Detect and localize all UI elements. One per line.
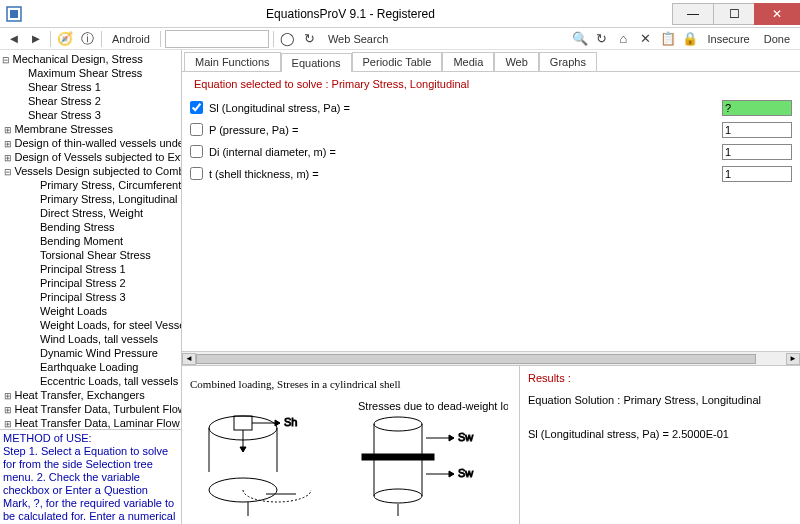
lock-icon: 🔒 xyxy=(680,30,700,48)
go-icon[interactable]: ◯ xyxy=(278,30,298,48)
minimize-button[interactable]: — xyxy=(672,3,714,25)
insecure-label: Insecure xyxy=(702,33,756,45)
tree-node[interactable]: Design of thin-walled vessels under inte… xyxy=(0,136,181,150)
back-icon[interactable]: ◄ xyxy=(4,30,24,48)
tree-node[interactable]: Weight Loads, for steel Vessel xyxy=(0,318,181,332)
close-button[interactable]: ✕ xyxy=(754,3,800,25)
main-tabs: Main FunctionsEquationsPeriodic TableMed… xyxy=(182,50,800,72)
variable-input[interactable] xyxy=(722,144,792,160)
variable-label: Di (internal diameter, m) = xyxy=(209,146,722,158)
tree-node[interactable]: Direct Stress, Weight xyxy=(0,206,181,220)
tree-node[interactable]: Design of Vessels subjected to External … xyxy=(0,150,181,164)
variable-checkbox[interactable] xyxy=(190,145,203,158)
tree-node[interactable]: Maximum Shear Stress xyxy=(0,66,181,80)
variable-label: t (shell thickness, m) = xyxy=(209,168,722,180)
tab-equations[interactable]: Equations xyxy=(281,53,352,72)
toolbar: ◄ ► 🧭 ⓘ Android ◯ ↻ Web Search 🔍 ↻ ⌂ ✕ 📋… xyxy=(0,28,800,50)
svg-text:Sw: Sw xyxy=(458,467,473,479)
tree-node[interactable]: Vessels Design subjected to Combined Loa… xyxy=(0,164,181,178)
svg-rect-1 xyxy=(10,10,18,18)
variable-label: P (pressure, Pa) = xyxy=(209,124,722,136)
tab-media[interactable]: Media xyxy=(442,52,494,71)
tree-node[interactable]: Principal Stress 3 xyxy=(0,290,181,304)
variable-checkbox[interactable] xyxy=(190,101,203,114)
tree-node[interactable]: Shear Stress 1 xyxy=(0,80,181,94)
home-icon[interactable]: ⌂ xyxy=(614,30,634,48)
svg-rect-6 xyxy=(234,416,252,430)
variable-checkbox[interactable] xyxy=(190,123,203,136)
compass-icon[interactable]: 🧭 xyxy=(55,30,75,48)
results-line: Equation Solution : Primary Stress, Long… xyxy=(528,394,792,406)
maximize-button[interactable]: ☐ xyxy=(713,3,755,25)
tree-node[interactable]: Heat Transfer, Exchangers xyxy=(0,388,181,402)
toolbar-search-input[interactable] xyxy=(165,30,269,48)
tree-node[interactable]: Weight Loads xyxy=(0,304,181,318)
tab-web[interactable]: Web xyxy=(494,52,538,71)
clipboard-icon[interactable]: 📋 xyxy=(658,30,678,48)
equation-hscrollbar[interactable]: ◄ ► xyxy=(182,351,800,365)
tree-node[interactable]: Principal Stress 1 xyxy=(0,262,181,276)
equation-tree[interactable]: Mechanical Design, StressMaximum Shear S… xyxy=(0,50,181,429)
tree-node[interactable]: Principal Stress 2 xyxy=(0,276,181,290)
equation-row: t (shell thickness, m) = xyxy=(190,164,792,184)
variable-input[interactable] xyxy=(722,122,792,138)
svg-text:Sh: Sh xyxy=(284,416,297,428)
tree-node[interactable]: Heat Transfer Data, Laminar Flow xyxy=(0,416,181,429)
tree-node[interactable]: Mechanical Design, Stress xyxy=(0,52,181,66)
tree-node[interactable]: Wind Loads, tall vessels xyxy=(0,332,181,346)
results-panel: Results : Equation Solution : Primary St… xyxy=(520,366,800,524)
equation-panel: Equation selected to solve : Primary Str… xyxy=(182,72,800,366)
help-title: METHOD of USE: xyxy=(3,432,178,445)
tree-node[interactable]: Primary Stress, Circumferential xyxy=(0,178,181,192)
web-search-label[interactable]: Web Search xyxy=(322,33,394,45)
stop-icon[interactable]: ✕ xyxy=(636,30,656,48)
scroll-left-icon[interactable]: ◄ xyxy=(0,429,181,430)
variable-input[interactable] xyxy=(722,100,792,116)
tree-node[interactable]: Dynamic Wind Pressure xyxy=(0,346,181,360)
results-value: Sl (Longitudinal stress, Pa) = 2.5000E-0… xyxy=(528,428,792,440)
variable-input[interactable] xyxy=(722,166,792,182)
tree-node[interactable]: Earthquake Loading xyxy=(0,360,181,374)
tree-hscrollbar[interactable]: ◄ ► xyxy=(0,429,181,430)
forward-icon[interactable]: ► xyxy=(26,30,46,48)
equation-row: Di (internal diameter, m) = xyxy=(190,142,792,162)
search-icon[interactable]: 🔍 xyxy=(570,30,590,48)
tree-node[interactable]: Bending Stress xyxy=(0,220,181,234)
title-bar: EquationsProV 9.1 - Registered — ☐ ✕ xyxy=(0,0,800,28)
tree-node[interactable]: Eccentric Loads, tall vessels xyxy=(0,374,181,388)
tree-node[interactable]: Shear Stress 3 xyxy=(0,108,181,122)
tree-node[interactable]: Shear Stress 2 xyxy=(0,94,181,108)
done-label[interactable]: Done xyxy=(758,33,796,45)
variable-checkbox[interactable] xyxy=(190,167,203,180)
tab-graphs[interactable]: Graphs xyxy=(539,52,597,71)
refresh2-icon[interactable]: ↻ xyxy=(592,30,612,48)
tree-node[interactable]: Membrane Stresses xyxy=(0,122,181,136)
equation-title: Equation selected to solve : Primary Str… xyxy=(190,78,792,96)
equation-row: P (pressure, Pa) = xyxy=(190,120,792,140)
help-box: METHOD of USE: Step 1. Select a Equation… xyxy=(0,430,181,524)
info-icon[interactable]: ⓘ xyxy=(77,30,97,48)
scroll-right-icon[interactable]: ► xyxy=(786,353,800,365)
svg-rect-16 xyxy=(362,454,434,460)
diagram-subcaption: Stresses due to dead-weight loading xyxy=(358,400,508,412)
side-panel: Mechanical Design, StressMaximum Shear S… xyxy=(0,50,182,524)
tab-main-functions[interactable]: Main Functions xyxy=(184,52,281,71)
window-controls: — ☐ ✕ xyxy=(673,3,800,25)
variable-label: Sl (Longitudinal stress, Pa) = xyxy=(209,102,722,114)
svg-point-12 xyxy=(374,417,422,431)
refresh-icon[interactable]: ↻ xyxy=(300,30,320,48)
tree-node[interactable]: Primary Stress, Longitudinal xyxy=(0,192,181,206)
diagram-caption: Combined loading, Streses in a cylindric… xyxy=(190,378,513,390)
results-title: Results : xyxy=(528,372,792,384)
diagram-panel: Combined loading, Streses in a cylindric… xyxy=(182,366,520,524)
tree-node[interactable]: Torsional Shear Stress xyxy=(0,248,181,262)
diagram-image: Sh Stresses due to dead-weight loading S… xyxy=(188,398,508,518)
help-body: Step 1. Select a Equation to solve for f… xyxy=(3,445,178,524)
tab-periodic-table[interactable]: Periodic Table xyxy=(352,52,443,71)
equation-row: Sl (Longitudinal stress, Pa) = xyxy=(190,98,792,118)
scroll-left-icon[interactable]: ◄ xyxy=(182,353,196,365)
tree-node[interactable]: Heat Transfer Data, Turbulent Flow xyxy=(0,402,181,416)
window-title: EquationsProV 9.1 - Registered xyxy=(28,7,673,21)
tree-node[interactable]: Bending Moment xyxy=(0,234,181,248)
android-label[interactable]: Android xyxy=(106,33,156,45)
